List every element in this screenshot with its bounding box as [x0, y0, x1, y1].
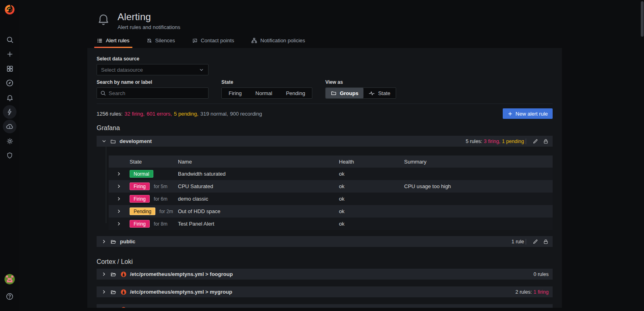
folder-summary: 5 rules: 3 firing, 1 pending	[464, 139, 549, 144]
section-heading-cortex: Cortex / Loki	[97, 258, 553, 265]
explore-compass-icon[interactable]	[0, 76, 19, 90]
filters-row: Search by name or label State Firing Nor…	[97, 79, 553, 99]
table-row: Pending for 2m Out of HDD space ok	[109, 205, 553, 218]
chevron-down-icon[interactable]	[100, 139, 108, 144]
folder-name: public	[120, 238, 135, 245]
user-avatar[interactable]	[4, 274, 15, 284]
rule-health: ok	[339, 221, 404, 227]
rule-name: Bandwidth saturated	[178, 171, 339, 177]
tab-bar: Alert rules Silences Contact points Noti…	[19, 34, 644, 48]
table-row: Firing for 6m demo classic ok	[109, 193, 553, 205]
lock-icon[interactable]	[543, 239, 549, 245]
main-area: Alerting Alert rules and notifications A…	[19, 0, 644, 308]
view-option-label: State	[378, 90, 390, 96]
table-row: Firing for 8m Test Panel Alert ok	[109, 218, 553, 230]
datasource-select[interactable]: Select datasource	[97, 64, 208, 75]
tab-alert-rules[interactable]: Alert rules	[94, 34, 132, 48]
col-name: Name	[178, 159, 339, 165]
chevron-right-icon[interactable]	[100, 307, 108, 308]
state-option-firing[interactable]: Firing	[222, 88, 249, 98]
rule-duration: for 8m	[154, 221, 167, 227]
tab-notification-policies[interactable]: Notification policies	[248, 34, 308, 48]
search-nav-icon[interactable]	[0, 32, 19, 47]
comment-share-icon	[192, 38, 198, 44]
rule-duration: for 6m	[154, 196, 167, 202]
rules-table: State Name Health Summary Normal Bandwid…	[109, 156, 553, 230]
plus-icon	[508, 111, 513, 116]
prometheus-icon	[120, 289, 127, 295]
divider	[526, 239, 526, 245]
rule-name: demo classic	[178, 196, 339, 202]
chevron-right-icon[interactable]	[100, 272, 108, 277]
namespace-name: /etc/prometheus/emptyns.yml > mygroup	[130, 289, 232, 295]
lightning-bolt-icon[interactable]	[0, 105, 19, 119]
folder-row-development[interactable]: development 5 rules: 3 firing, 1 pending	[97, 136, 553, 147]
help-icon[interactable]	[0, 289, 19, 304]
page-subtitle: Alert rules and notifications	[118, 24, 180, 30]
prometheus-icon	[120, 307, 127, 308]
tab-contact-points[interactable]: Contact points	[189, 34, 237, 48]
tab-label: Silences	[155, 37, 175, 44]
stats-row: 1256 rules: 32 firing, 601 errors, 5 pen…	[97, 108, 553, 119]
status-badge: Firing	[130, 220, 150, 228]
tab-silences[interactable]: Silences	[144, 34, 178, 48]
namespace-name: /etc/prometheus/rules.yaml > foogroup	[130, 307, 227, 308]
col-state: State	[130, 159, 178, 165]
view-as-label: View as	[325, 79, 396, 85]
rules-stats: 1256 rules: 32 firing, 601 errors, 5 pen…	[97, 111, 264, 117]
namespace-row-foogroup[interactable]: /etc/prometheus/emptyns.yml > foogroup 0…	[97, 269, 553, 280]
namespace-summary: 0 rules	[532, 307, 549, 308]
rule-name: Out of HDD space	[178, 208, 339, 214]
prometheus-icon	[120, 271, 127, 278]
chevron-right-icon[interactable]	[113, 184, 125, 189]
edit-pencil-icon[interactable]	[533, 239, 538, 245]
lock-icon[interactable]	[543, 139, 549, 144]
status-badge: Pending	[130, 207, 155, 215]
stats-recording: 900 recording	[230, 111, 262, 117]
scrollbar-thumb[interactable]	[641, 1, 644, 37]
chevron-right-icon[interactable]	[100, 289, 108, 294]
table-header: State Name Health Summary	[109, 156, 553, 168]
page-header: Alerting Alert rules and notifications	[19, 0, 644, 30]
grafana-logo-icon[interactable]	[4, 3, 16, 15]
stats-normal: 319 normal,	[200, 111, 228, 117]
chevron-right-icon[interactable]	[113, 209, 125, 214]
namespace-row-mygroup[interactable]: /etc/prometheus/emptyns.yml > mygroup 2 …	[97, 286, 553, 297]
admin-shield-icon[interactable]	[0, 148, 19, 163]
namespace-row-rules-foogroup[interactable]: /etc/prometheus/rules.yaml > foogroup 0 …	[97, 304, 553, 308]
rule-name: CPU Saturated	[178, 183, 339, 189]
search-icon	[100, 90, 106, 96]
create-plus-icon[interactable]	[0, 47, 19, 61]
chevron-right-icon[interactable]	[113, 221, 125, 226]
folder-row-public[interactable]: public 1 rule	[97, 236, 553, 247]
stats-total: 1256 rules:	[97, 111, 122, 117]
folder-icon	[331, 90, 336, 96]
rule-name: Test Panel Alert	[178, 221, 339, 227]
tab-label: Notification policies	[260, 37, 305, 44]
rule-health: ok	[339, 196, 404, 202]
tab-label: Alert rules	[106, 37, 130, 44]
rules-total: 2 rules:	[515, 289, 532, 295]
search-input[interactable]	[109, 90, 205, 96]
namespace-summary: 0 rules	[532, 272, 549, 277]
state-option-normal[interactable]: Normal	[249, 88, 279, 98]
dashboards-grid-icon[interactable]	[0, 61, 19, 76]
sidebar-nav	[0, 32, 19, 163]
cloud-alert-icon[interactable]	[0, 119, 19, 134]
state-option-pending[interactable]: Pending	[279, 88, 312, 98]
new-alert-rule-button[interactable]: New alert rule	[503, 108, 553, 119]
view-option-groups[interactable]: Groups	[326, 88, 363, 98]
folder-open-icon	[110, 289, 116, 295]
rules-total: 0 rules	[533, 272, 549, 277]
rules-total: 0 rules	[533, 307, 549, 308]
alerting-bell-icon[interactable]	[0, 90, 19, 105]
chevron-right-icon[interactable]	[113, 171, 125, 176]
chevron-right-icon[interactable]	[100, 239, 108, 244]
state-filter-label: State	[221, 79, 312, 85]
settings-gear-icon[interactable]	[0, 134, 19, 148]
rules-firing: 1 firing	[533, 289, 549, 295]
view-option-state[interactable]: State	[363, 88, 395, 98]
chevron-right-icon[interactable]	[113, 196, 125, 201]
edit-pencil-icon[interactable]	[533, 139, 538, 144]
rules-pending: 1 pending	[502, 139, 524, 144]
